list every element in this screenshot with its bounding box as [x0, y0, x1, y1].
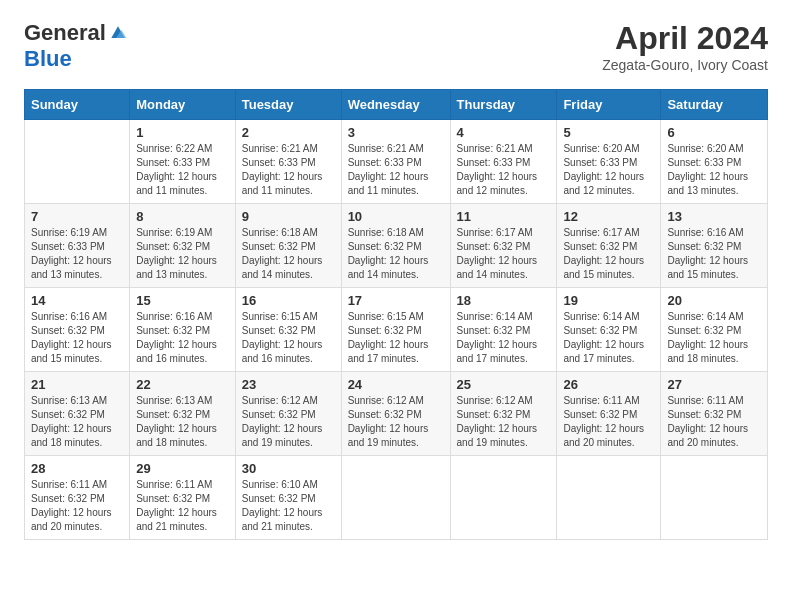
day-info: Sunrise: 6:11 AM Sunset: 6:32 PM Dayligh…: [136, 478, 229, 534]
title-area: April 2024 Zegata-Gouro, Ivory Coast: [602, 20, 768, 73]
calendar-cell: [661, 456, 768, 540]
day-info: Sunrise: 6:12 AM Sunset: 6:32 PM Dayligh…: [348, 394, 444, 450]
calendar-cell: 29Sunrise: 6:11 AM Sunset: 6:32 PM Dayli…: [130, 456, 236, 540]
page-header: General Blue April 2024 Zegata-Gouro, Iv…: [24, 20, 768, 73]
day-number: 22: [136, 377, 229, 392]
day-number: 29: [136, 461, 229, 476]
day-info: Sunrise: 6:10 AM Sunset: 6:32 PM Dayligh…: [242, 478, 335, 534]
calendar-cell: 28Sunrise: 6:11 AM Sunset: 6:32 PM Dayli…: [25, 456, 130, 540]
calendar-cell: [341, 456, 450, 540]
day-number: 24: [348, 377, 444, 392]
calendar-cell: 25Sunrise: 6:12 AM Sunset: 6:32 PM Dayli…: [450, 372, 557, 456]
day-number: 27: [667, 377, 761, 392]
day-info: Sunrise: 6:15 AM Sunset: 6:32 PM Dayligh…: [242, 310, 335, 366]
calendar-cell: 15Sunrise: 6:16 AM Sunset: 6:32 PM Dayli…: [130, 288, 236, 372]
day-number: 19: [563, 293, 654, 308]
day-info: Sunrise: 6:14 AM Sunset: 6:32 PM Dayligh…: [457, 310, 551, 366]
calendar-cell: 9Sunrise: 6:18 AM Sunset: 6:32 PM Daylig…: [235, 204, 341, 288]
calendar-cell: 5Sunrise: 6:20 AM Sunset: 6:33 PM Daylig…: [557, 120, 661, 204]
day-number: 13: [667, 209, 761, 224]
day-info: Sunrise: 6:18 AM Sunset: 6:32 PM Dayligh…: [348, 226, 444, 282]
calendar-cell: 1Sunrise: 6:22 AM Sunset: 6:33 PM Daylig…: [130, 120, 236, 204]
day-number: 14: [31, 293, 123, 308]
logo-icon: [108, 23, 128, 43]
weekday-header-tuesday: Tuesday: [235, 90, 341, 120]
calendar-cell: 6Sunrise: 6:20 AM Sunset: 6:33 PM Daylig…: [661, 120, 768, 204]
day-number: 11: [457, 209, 551, 224]
day-info: Sunrise: 6:12 AM Sunset: 6:32 PM Dayligh…: [242, 394, 335, 450]
logo-general-text: General: [24, 20, 106, 46]
calendar-week-row: 28Sunrise: 6:11 AM Sunset: 6:32 PM Dayli…: [25, 456, 768, 540]
day-info: Sunrise: 6:11 AM Sunset: 6:32 PM Dayligh…: [667, 394, 761, 450]
day-number: 1: [136, 125, 229, 140]
calendar-cell: 10Sunrise: 6:18 AM Sunset: 6:32 PM Dayli…: [341, 204, 450, 288]
day-info: Sunrise: 6:21 AM Sunset: 6:33 PM Dayligh…: [242, 142, 335, 198]
calendar-cell: [557, 456, 661, 540]
day-number: 7: [31, 209, 123, 224]
day-info: Sunrise: 6:16 AM Sunset: 6:32 PM Dayligh…: [667, 226, 761, 282]
calendar-cell: 19Sunrise: 6:14 AM Sunset: 6:32 PM Dayli…: [557, 288, 661, 372]
weekday-header-saturday: Saturday: [661, 90, 768, 120]
day-number: 25: [457, 377, 551, 392]
calendar-cell: 24Sunrise: 6:12 AM Sunset: 6:32 PM Dayli…: [341, 372, 450, 456]
day-info: Sunrise: 6:13 AM Sunset: 6:32 PM Dayligh…: [136, 394, 229, 450]
weekday-header-monday: Monday: [130, 90, 236, 120]
day-number: 30: [242, 461, 335, 476]
day-number: 20: [667, 293, 761, 308]
calendar-cell: [450, 456, 557, 540]
day-number: 15: [136, 293, 229, 308]
day-info: Sunrise: 6:16 AM Sunset: 6:32 PM Dayligh…: [136, 310, 229, 366]
day-number: 5: [563, 125, 654, 140]
calendar-cell: 11Sunrise: 6:17 AM Sunset: 6:32 PM Dayli…: [450, 204, 557, 288]
day-info: Sunrise: 6:21 AM Sunset: 6:33 PM Dayligh…: [348, 142, 444, 198]
day-info: Sunrise: 6:11 AM Sunset: 6:32 PM Dayligh…: [31, 478, 123, 534]
day-info: Sunrise: 6:11 AM Sunset: 6:32 PM Dayligh…: [563, 394, 654, 450]
day-info: Sunrise: 6:21 AM Sunset: 6:33 PM Dayligh…: [457, 142, 551, 198]
day-number: 9: [242, 209, 335, 224]
day-number: 8: [136, 209, 229, 224]
calendar-cell: 13Sunrise: 6:16 AM Sunset: 6:32 PM Dayli…: [661, 204, 768, 288]
calendar-cell: 27Sunrise: 6:11 AM Sunset: 6:32 PM Dayli…: [661, 372, 768, 456]
day-info: Sunrise: 6:15 AM Sunset: 6:32 PM Dayligh…: [348, 310, 444, 366]
calendar-week-row: 21Sunrise: 6:13 AM Sunset: 6:32 PM Dayli…: [25, 372, 768, 456]
day-info: Sunrise: 6:17 AM Sunset: 6:32 PM Dayligh…: [457, 226, 551, 282]
day-info: Sunrise: 6:19 AM Sunset: 6:33 PM Dayligh…: [31, 226, 123, 282]
calendar-cell: [25, 120, 130, 204]
calendar-cell: 3Sunrise: 6:21 AM Sunset: 6:33 PM Daylig…: [341, 120, 450, 204]
calendar-cell: 7Sunrise: 6:19 AM Sunset: 6:33 PM Daylig…: [25, 204, 130, 288]
day-info: Sunrise: 6:20 AM Sunset: 6:33 PM Dayligh…: [667, 142, 761, 198]
calendar-cell: 21Sunrise: 6:13 AM Sunset: 6:32 PM Dayli…: [25, 372, 130, 456]
day-number: 21: [31, 377, 123, 392]
day-info: Sunrise: 6:14 AM Sunset: 6:32 PM Dayligh…: [563, 310, 654, 366]
calendar-cell: 20Sunrise: 6:14 AM Sunset: 6:32 PM Dayli…: [661, 288, 768, 372]
day-number: 18: [457, 293, 551, 308]
day-info: Sunrise: 6:17 AM Sunset: 6:32 PM Dayligh…: [563, 226, 654, 282]
day-info: Sunrise: 6:16 AM Sunset: 6:32 PM Dayligh…: [31, 310, 123, 366]
month-title: April 2024: [602, 20, 768, 57]
weekday-header-friday: Friday: [557, 90, 661, 120]
day-info: Sunrise: 6:13 AM Sunset: 6:32 PM Dayligh…: [31, 394, 123, 450]
day-info: Sunrise: 6:14 AM Sunset: 6:32 PM Dayligh…: [667, 310, 761, 366]
calendar-week-row: 7Sunrise: 6:19 AM Sunset: 6:33 PM Daylig…: [25, 204, 768, 288]
location-text: Zegata-Gouro, Ivory Coast: [602, 57, 768, 73]
day-number: 4: [457, 125, 551, 140]
calendar-cell: 16Sunrise: 6:15 AM Sunset: 6:32 PM Dayli…: [235, 288, 341, 372]
day-number: 26: [563, 377, 654, 392]
calendar-cell: 23Sunrise: 6:12 AM Sunset: 6:32 PM Dayli…: [235, 372, 341, 456]
day-number: 10: [348, 209, 444, 224]
day-number: 28: [31, 461, 123, 476]
logo-blue-text: Blue: [24, 46, 72, 72]
calendar-cell: 14Sunrise: 6:16 AM Sunset: 6:32 PM Dayli…: [25, 288, 130, 372]
logo: General Blue: [24, 20, 128, 72]
weekday-header-sunday: Sunday: [25, 90, 130, 120]
calendar-cell: 12Sunrise: 6:17 AM Sunset: 6:32 PM Dayli…: [557, 204, 661, 288]
calendar-table: SundayMondayTuesdayWednesdayThursdayFrid…: [24, 89, 768, 540]
day-number: 23: [242, 377, 335, 392]
day-number: 16: [242, 293, 335, 308]
day-number: 17: [348, 293, 444, 308]
calendar-cell: 4Sunrise: 6:21 AM Sunset: 6:33 PM Daylig…: [450, 120, 557, 204]
weekday-header-row: SundayMondayTuesdayWednesdayThursdayFrid…: [25, 90, 768, 120]
calendar-cell: 18Sunrise: 6:14 AM Sunset: 6:32 PM Dayli…: [450, 288, 557, 372]
day-info: Sunrise: 6:12 AM Sunset: 6:32 PM Dayligh…: [457, 394, 551, 450]
day-number: 3: [348, 125, 444, 140]
